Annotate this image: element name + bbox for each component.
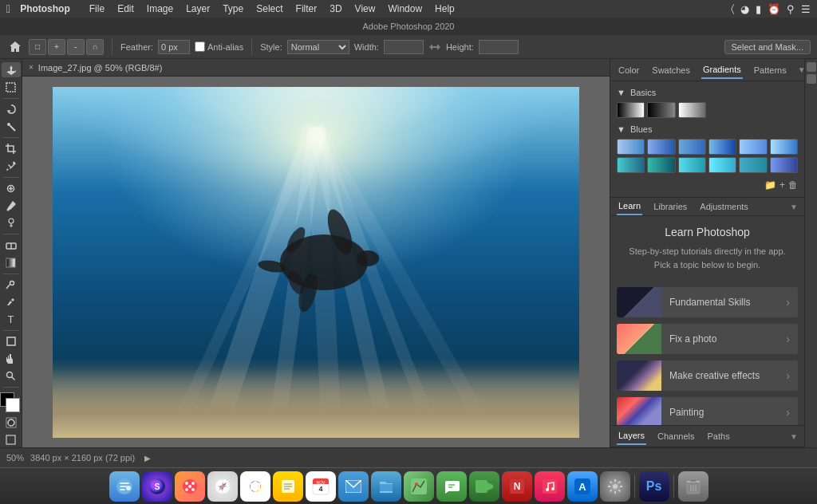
tab-libraries[interactable]: Libraries [652,199,689,215]
menu-edit[interactable]: Edit [111,2,140,16]
spotlight-icon[interactable]: ⚲ [787,3,795,15]
text-tool[interactable]: T [2,311,21,326]
dock-safari[interactable] [207,471,238,502]
new-selection-btn[interactable]: □ [29,39,46,55]
menu-view[interactable]: View [349,2,382,16]
gradient-tool[interactable] [2,254,21,270]
hand-tool[interactable] [2,351,21,366]
notification-icon[interactable]: ☰ [801,3,811,15]
rectangle-select-tool[interactable] [2,79,21,94]
dock-files[interactable] [371,471,401,502]
move-tool[interactable] [2,62,21,77]
menu-3d[interactable]: 3D [323,2,348,16]
quick-mask-tool[interactable] [2,415,21,430]
anti-alias-checkbox[interactable] [195,41,205,52]
dock-system-prefs[interactable] [600,471,630,502]
magic-wand-tool[interactable] [2,119,21,134]
feather-input[interactable] [158,40,190,54]
dodge-tool[interactable] [2,278,21,293]
dock-finder[interactable] [109,471,140,502]
gradient-swatch[interactable] [617,139,645,155]
brush-tool[interactable] [2,198,21,213]
eyedropper-tool[interactable] [2,159,21,174]
subtract-selection-btn[interactable]: - [67,39,85,55]
background-color[interactable] [6,398,20,412]
menu-select[interactable]: Select [250,2,289,16]
gradient-swatch[interactable] [770,139,798,155]
crop-tool[interactable] [2,141,21,156]
heal-tool[interactable] [2,181,21,196]
zoom-tool[interactable] [2,368,21,383]
gradient-swatch[interactable] [678,139,706,155]
dock-messages[interactable] [436,471,467,502]
gradient-swatch[interactable] [678,102,706,118]
gradient-add-icon[interactable]: + [780,179,785,191]
gradient-swatch[interactable] [647,102,675,118]
dock-notes[interactable] [273,471,303,502]
dock-siri[interactable]: S [142,471,172,502]
blues-group-header[interactable]: ▼ Blues [617,124,798,134]
gradient-swatch[interactable] [617,102,645,118]
dock-calendar[interactable]: 4NOV [306,471,336,502]
dock-maps[interactable] [404,471,434,502]
gradient-swatch[interactable] [678,157,706,173]
gradient-swatch[interactable] [739,139,767,155]
tab-color[interactable]: Color [617,62,641,78]
gradient-folder-icon[interactable]: 📁 [764,179,776,191]
tutorial-painting[interactable]: Painting › [617,397,798,425]
tutorial-fundamental-skills[interactable]: Fundamental Skills › [617,287,798,317]
dock-facetime[interactable] [469,471,499,502]
tutorial-fix-photo[interactable]: Fix a photo › [617,324,798,354]
learn-panel-collapse-icon[interactable]: ▼ [790,203,798,211]
screen-mode-tool[interactable] [2,432,21,447]
pen-tool[interactable] [2,294,21,309]
gradients-panel-collapse-icon[interactable]: ▼ [798,65,804,74]
tab-swatches[interactable]: Swatches [650,62,692,78]
dock-trash[interactable] [678,471,708,502]
status-arrow[interactable]: ▶ [144,454,151,463]
style-select[interactable]: Normal Fixed Ratio Fixed Size [287,40,349,54]
color-selector[interactable] [0,392,22,411]
gradient-delete-icon[interactable]: 🗑 [788,179,798,191]
tab-gradients[interactable]: Gradients [701,61,743,79]
dock-news[interactable]: N [502,471,532,502]
dock-photoshop[interactable]: Ps [639,471,669,502]
tutorial-creative-effects[interactable]: Make creative effects › [617,360,798,391]
tab-learn[interactable]: Learn [617,198,642,215]
gradient-swatch[interactable] [739,157,767,173]
dock-appstore[interactable]: A [567,471,598,502]
menu-image[interactable]: Image [140,2,180,16]
tab-channels[interactable]: Channels [656,428,696,444]
dock-launchpad[interactable] [175,471,205,502]
height-input[interactable] [479,40,519,54]
strip-icon-1[interactable] [807,62,816,72]
eraser-tool[interactable] [2,238,21,253]
gradient-swatch[interactable] [708,139,736,155]
dock-photos[interactable] [240,471,270,502]
tab-layers[interactable]: Layers [617,427,646,445]
strip-icon-2[interactable] [807,74,816,84]
select-mask-button[interactable]: Select and Mask... [724,40,811,54]
lasso-tool[interactable] [2,102,21,117]
intersect-selection-btn[interactable]: ∩ [86,39,104,55]
apple-logo[interactable]:  [6,2,10,15]
tab-patterns[interactable]: Patterns [752,62,788,78]
menu-layer[interactable]: Layer [180,2,216,16]
doc-close-btn[interactable]: × [29,63,34,72]
gradient-swatch[interactable] [708,157,736,173]
basics-group-header[interactable]: ▼ Basics [617,88,798,97]
layers-panel-collapse-icon[interactable]: ▼ [790,432,798,441]
gradient-swatch[interactable] [647,139,675,155]
tab-paths[interactable]: Paths [706,428,732,444]
menu-help[interactable]: Help [428,2,461,16]
gradient-swatch[interactable] [647,157,675,173]
add-selection-btn[interactable]: + [48,39,65,55]
dock-mail[interactable] [338,471,369,502]
shape-tool[interactable] [2,334,21,349]
canvas-wrapper[interactable] [22,77,610,447]
menu-filter[interactable]: Filter [290,2,324,16]
dock-music[interactable] [535,471,565,502]
menu-file[interactable]: File [83,2,111,16]
gradient-swatch[interactable] [617,157,645,173]
tab-adjustments[interactable]: Adjustments [698,199,750,215]
